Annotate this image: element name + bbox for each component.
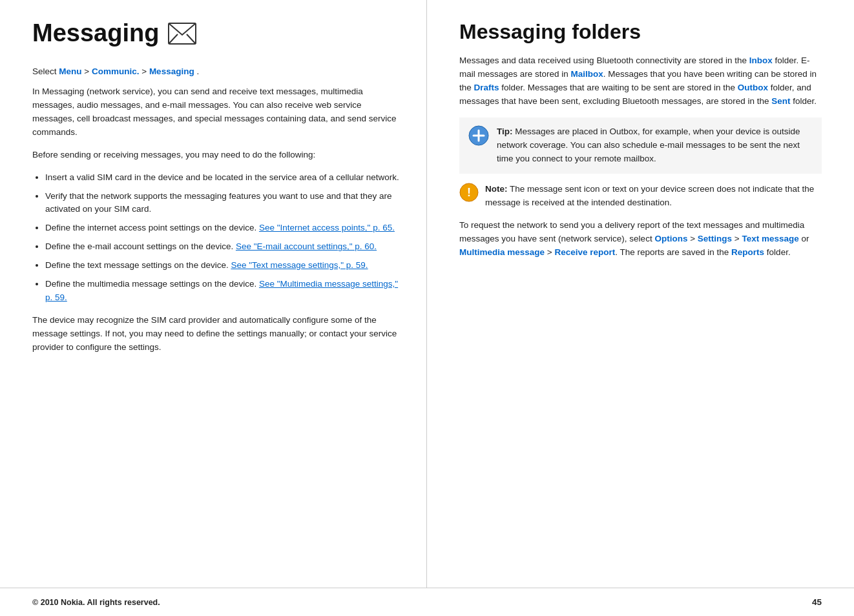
list-item-text: Verify that the network supports the mes… bbox=[45, 191, 392, 214]
list-item: Define the e-mail account settings on th… bbox=[45, 240, 401, 254]
mailbox-link: Mailbox bbox=[571, 69, 603, 79]
inbox-link: Inbox bbox=[749, 56, 773, 65]
svg-text:!: ! bbox=[467, 186, 471, 199]
requirements-list: Insert a valid SIM card in the device an… bbox=[32, 171, 401, 305]
list-item: Define the multimedia message settings o… bbox=[45, 278, 401, 305]
tip-text: Tip: Messages are placed in Outbox, for … bbox=[497, 125, 813, 166]
list-item-text: Insert a valid SIM card in the device an… bbox=[45, 172, 399, 182]
note-content: The message sent icon or text on your de… bbox=[485, 184, 814, 207]
sent-link: Sent bbox=[771, 96, 790, 106]
page-container: Messaging Select Menu > Communic. > Mess… bbox=[0, 0, 854, 616]
settings-link: Settings bbox=[698, 234, 732, 243]
multimedia-message-settings-link[interactable]: See "Multimedia message settings," p. 59… bbox=[45, 279, 398, 302]
tip-box: Tip: Messages are placed in Outbox, for … bbox=[459, 118, 822, 174]
email-account-settings-link[interactable]: See "E-mail account settings," p. 60. bbox=[236, 241, 377, 251]
list-item: Insert a valid SIM card in the device an… bbox=[45, 171, 401, 185]
nav-line: Select Menu > Communic. > Messaging . bbox=[32, 67, 401, 76]
text-message-settings-link[interactable]: See "Text message settings," p. 59. bbox=[231, 260, 368, 270]
folders-intro: Messages and data received using Bluetoo… bbox=[459, 54, 822, 108]
list-item: Define the text message settings on the … bbox=[45, 259, 401, 272]
note-box: ! Note: The message sent icon or text on… bbox=[459, 183, 822, 210]
email-icon bbox=[168, 23, 196, 45]
internet-access-points-link[interactable]: See "Internet access points," p. 65. bbox=[259, 223, 395, 232]
list-item-text: Define the internet access point setting… bbox=[45, 223, 395, 232]
footer: © 2010 Nokia. All rights reserved. 45 bbox=[0, 588, 854, 616]
list-item-text: Define the e-mail account settings on th… bbox=[45, 241, 377, 251]
svg-line-2 bbox=[187, 34, 196, 44]
list-item-text: Define the multimedia message settings o… bbox=[45, 279, 398, 302]
drafts-link: Drafts bbox=[474, 83, 499, 92]
outbox-link: Outbox bbox=[738, 83, 768, 92]
list-item: Verify that the network supports the mes… bbox=[45, 190, 401, 217]
nav-messaging-link[interactable]: Messaging bbox=[149, 67, 194, 76]
content-area: Messaging Select Menu > Communic. > Mess… bbox=[0, 0, 854, 588]
section-title: Messaging folders bbox=[459, 19, 822, 44]
left-column: Messaging Select Menu > Communic. > Mess… bbox=[0, 0, 427, 588]
nav-sep2: > bbox=[141, 67, 149, 76]
reports-link: Reports bbox=[731, 247, 764, 257]
nav-sep1: > bbox=[84, 67, 92, 76]
tip-icon bbox=[468, 125, 489, 146]
text-message-link: Text message bbox=[742, 234, 798, 243]
outro-paragraph: The device may recognize the SIM card pr… bbox=[32, 314, 401, 354]
list-item: Define the internet access point setting… bbox=[45, 221, 401, 235]
svg-line-1 bbox=[169, 34, 178, 44]
note-label: Note: bbox=[485, 184, 508, 194]
list-item-text: Define the text message settings on the … bbox=[45, 260, 368, 270]
delivery-paragraph: To request the network to send you a del… bbox=[459, 219, 822, 260]
footer-copyright: © 2010 Nokia. All rights reserved. bbox=[32, 598, 160, 607]
page-title-area: Messaging bbox=[32, 19, 401, 47]
note-text: Note: The message sent icon or text on y… bbox=[485, 183, 822, 210]
tip-content: Messages are placed in Outbox, for examp… bbox=[497, 127, 800, 163]
right-column: Messaging folders Messages and data rece… bbox=[427, 0, 854, 588]
multimedia-message-link: Multimedia message bbox=[459, 247, 545, 257]
page-title: Messaging bbox=[32, 19, 159, 47]
tip-label: Tip: bbox=[497, 127, 513, 136]
nav-menu-link[interactable]: Menu bbox=[59, 67, 81, 76]
options-link: Options bbox=[654, 234, 687, 243]
footer-page-number: 45 bbox=[812, 597, 822, 607]
nav-communic-link[interactable]: Communic. bbox=[92, 67, 140, 76]
receive-report-link: Receive report bbox=[554, 247, 615, 257]
intro-paragraph: In Messaging (network service), you can … bbox=[32, 85, 401, 139]
note-icon: ! bbox=[459, 183, 479, 202]
nav-prefix: Select bbox=[32, 67, 57, 76]
before-paragraph: Before sending or receiving messages, yo… bbox=[32, 149, 401, 162]
nav-suffix: . bbox=[196, 67, 199, 76]
